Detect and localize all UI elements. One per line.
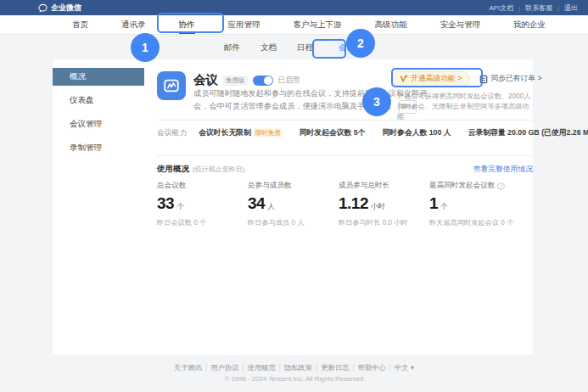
subtab-calendar[interactable]: 日程: [297, 42, 313, 53]
nav-tab-my-company[interactable]: 我的企业: [513, 15, 546, 34]
footer-link-changelog[interactable]: 更新日志: [321, 363, 349, 372]
meeting-app-icon: [157, 71, 186, 100]
collaboration-subtabs: 邮件 文档 日程 会议: [0, 36, 588, 59]
sync-button-label: 同步已有订单 >: [490, 74, 541, 84]
stat-yesterday: 昨日参与时长 0.0 小时: [339, 218, 429, 227]
sync-orders-button[interactable]: 同步已有订单 >: [479, 74, 541, 84]
enable-toggle[interactable]: [253, 76, 273, 86]
stat-label: 总参与成员数: [248, 181, 339, 191]
divider: [157, 155, 533, 156]
stat-max-concurrent: 最高同时发起会议数 1个 昨天最高同时发起会议 0 个: [429, 181, 533, 227]
upgrade-note: 开通后可获得更高同时发起会议数、2000人 同时参会、无限制云录制空间等多项高级…: [391, 92, 533, 122]
footer-link-privacy[interactable]: 隐私政策: [284, 363, 312, 372]
stat-unit: 个: [176, 202, 184, 212]
stat-value: 34人: [248, 194, 339, 213]
annotation-step-3: 3: [362, 87, 391, 116]
logo-text: 企业微信: [51, 3, 81, 14]
stat-total-duration: 成员参与总时长 1.12小时 昨日参与时长 0.0 小时: [339, 181, 429, 227]
nav-tab-contacts[interactable]: 通讯录: [121, 15, 146, 34]
sidebar-item-overview[interactable]: 概况: [53, 68, 144, 86]
stat-total-meetings: 总会议数 33个 昨日会议数 0 个: [157, 181, 248, 227]
stat-unit: 小时: [371, 202, 385, 212]
divider: [157, 120, 533, 120]
stat-label: 成员参与总时长: [339, 181, 429, 191]
capability-row: 会议能力 会议时长无限制限时免费 同时发起会议数 5个 同时参会人数 100 人…: [157, 128, 533, 138]
wecom-logo[interactable]: 企业微信: [38, 3, 81, 14]
app-title: 会议: [193, 72, 218, 88]
usage-overview-header: 使用概况 (统计截止至昨日) 查看完整使用情况: [157, 164, 533, 175]
stat-value: 33个: [157, 194, 248, 213]
order-doc-icon: [479, 75, 488, 84]
chat-bubble-icon: [38, 3, 48, 13]
stat-label: 最高同时发起会议数: [429, 181, 533, 191]
nav-tab-customers[interactable]: 客户与上下游: [294, 15, 342, 34]
subtab-mail[interactable]: 邮件: [224, 42, 240, 53]
usage-overview-subtitle: (统计截止至昨日): [193, 165, 244, 174]
stat-unit: 人: [267, 202, 275, 212]
stat-yesterday: 昨日会议数 0 个: [157, 218, 248, 227]
stat-total-participants: 总参与成员数 34人 昨日参与成员 0 人: [248, 181, 339, 227]
topbar: 企业微信 API文档 | 联系客服 | 退出: [0, 0, 588, 15]
stat-number: 34: [248, 194, 265, 213]
stat-label: 总会议数: [157, 181, 248, 191]
nav-tab-app-management[interactable]: 应用管理: [228, 15, 260, 34]
divider: |: [389, 363, 391, 372]
footer-link-help-center[interactable]: 帮助中心: [358, 363, 386, 372]
nav-tab-premium-features[interactable]: 高级功能: [375, 15, 407, 34]
upgrade-button-label: 开通高级功能 >: [411, 74, 462, 84]
api-docs-link[interactable]: API文档: [489, 3, 513, 13]
wecom-admin-page: 企业微信 API文档 | 联系客服 | 退出 首页 通讯录 协作 应用管理 客户…: [0, 0, 588, 392]
stat-value: 1.12小时: [339, 194, 429, 213]
divider: |: [352, 363, 354, 372]
capability-duration-text: 会议时长无限制: [199, 128, 251, 137]
capability-concurrent-meetings: 同时发起会议数 5个: [300, 128, 366, 138]
meeting-camera-icon: [162, 76, 181, 95]
capability-cloud-storage: 云录制容量 20.00 GB (已使用2.26 MB): [468, 128, 588, 138]
action-buttons-row: 开通高级功能 > 同步已有订单 >: [391, 71, 533, 87]
divider: |: [316, 363, 317, 372]
usage-stats: 总会议数 33个 昨日会议数 0 个 总参与成员数 34人 昨日参与成员 0 人…: [157, 181, 533, 227]
stat-label-text: 最高同时发起会议数: [429, 181, 495, 191]
divider: |: [279, 363, 281, 372]
capability-label: 会议能力: [157, 128, 187, 138]
toggle-knob: [264, 76, 272, 85]
limited-free-badge: 限时免费: [254, 128, 283, 137]
usage-overview-title: 使用概况: [157, 164, 189, 175]
footer-link-usage-rules[interactable]: 使用规范: [248, 363, 276, 372]
divider: |: [205, 363, 207, 372]
footer-link-about[interactable]: 关于腾讯: [174, 363, 202, 372]
sidebar-item-recording-management[interactable]: 录制管理: [53, 139, 144, 157]
logout-link[interactable]: 退出: [564, 3, 578, 13]
divider: |: [242, 363, 244, 372]
divider: |: [518, 5, 520, 11]
info-circle-icon[interactable]: [497, 182, 505, 190]
vip-v-icon: [400, 75, 408, 83]
sidebar-item-meeting-management[interactable]: 会议管理: [53, 115, 144, 133]
upgrade-premium-button[interactable]: 开通高级功能 >: [391, 71, 470, 87]
nav-tab-collaboration[interactable]: 协作: [179, 15, 195, 34]
stat-number: 33: [157, 194, 174, 213]
sidebar-item-dashboard[interactable]: 仪表盘: [53, 92, 144, 109]
footer-language-selector[interactable]: 中文 ▾: [395, 363, 414, 372]
meeting-overview-main: 会议 免费版 已启用 成员可随时随地发起和参与的在线会议，支持提前预约会议和立即…: [157, 71, 533, 351]
view-full-usage-link[interactable]: 查看完整使用情况: [473, 165, 533, 175]
stat-unit: 个: [440, 202, 448, 212]
app-title-row: 会议 免费版 已启用: [193, 72, 300, 88]
nav-tab-home[interactable]: 首页: [72, 15, 88, 34]
annotation-step-1: 1: [131, 33, 160, 62]
subtab-docs[interactable]: 文档: [260, 42, 277, 53]
enabled-status-text: 已启用: [278, 76, 300, 86]
divider: |: [557, 5, 559, 11]
nav-tab-security[interactable]: 安全与管理: [440, 15, 481, 34]
stat-number: 1.12: [339, 194, 368, 213]
stat-yesterday: 昨日参与成员 0 人: [248, 218, 339, 227]
upgrade-note-line-1: 开通后可获得更高同时发起会议数、2000人: [397, 92, 533, 102]
stat-number: 1: [429, 194, 438, 213]
footer-link-agreement[interactable]: 用户协议: [210, 363, 238, 372]
topbar-links: API文档 | 联系客服 | 退出: [489, 3, 578, 13]
primary-nav: 首页 通讯录 协作 应用管理 客户与上下游 高级功能 安全与管理 我的企业: [0, 15, 588, 35]
footer-links: 关于腾讯|用户协议|使用规范|隐私政策|更新日志|帮助中心|中文 ▾: [0, 363, 588, 372]
contact-support-link[interactable]: 联系客服: [525, 3, 552, 13]
annotation-step-2: 2: [346, 29, 375, 58]
capability-duration: 会议时长无限制限时免费: [199, 128, 283, 138]
